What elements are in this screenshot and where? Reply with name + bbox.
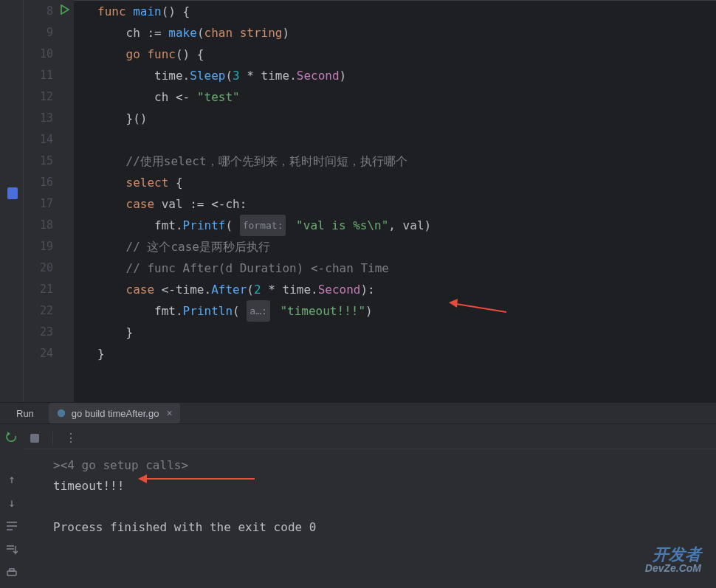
line-number[interactable]: 24 [24, 342, 74, 364]
line-number[interactable]: 20 [24, 257, 74, 278]
code-line[interactable]: select { [97, 172, 716, 193]
close-icon[interactable]: × [166, 407, 172, 419]
console-panel: ⋮ ><4 go setup calls> timeout!!! Process… [24, 424, 716, 588]
code-line[interactable]: ch <- "test" [97, 86, 716, 108]
watermark: 开发者 DevZe.CoM [645, 547, 701, 573]
run-gutter-icon[interactable] [61, 4, 69, 17]
down-arrow-icon[interactable]: ↓ [4, 495, 19, 510]
run-panel: Run go build timeAfter.go × ↑ ↓ [0, 402, 716, 587]
code-line[interactable]: time.Sleep(3 * time.Second) [97, 65, 716, 86]
code-area[interactable]: func main() { ch := make(chan string) go… [74, 0, 716, 402]
go-icon [56, 408, 66, 418]
code-line[interactable]: case val := <-ch: [97, 193, 716, 215]
run-tab-label[interactable]: Run [7, 408, 43, 419]
console-toolbar: ⋮ [24, 427, 716, 449]
line-number[interactable]: 17 [24, 193, 74, 214]
console-output[interactable]: ><4 go setup calls> timeout!!! Process f… [24, 449, 716, 544]
print-icon[interactable] [4, 566, 19, 581]
code-line[interactable]: //使用select，哪个先到来，耗时时间短，执行哪个 [97, 151, 716, 172]
line-number[interactable]: 15 [24, 150, 74, 171]
soft-wrap-icon[interactable] [4, 519, 19, 533]
setup-calls-line: ><4 go setup calls> [53, 455, 710, 476]
line-number[interactable]: 11 [24, 64, 74, 86]
line-number[interactable]: 22 [24, 300, 74, 321]
code-line[interactable]: } [97, 322, 716, 343]
line-number[interactable]: 12 [24, 86, 74, 107]
svg-marker-0 [61, 5, 69, 14]
code-line[interactable]: } [97, 343, 716, 364]
svg-point-3 [58, 409, 66, 418]
line-number[interactable]: 19 [24, 235, 74, 257]
gutter: 89101112131415161718192021222324 [24, 0, 74, 402]
code-line[interactable]: // 这个case是两秒后执行 [97, 236, 716, 257]
editor-container: 89101112131415161718192021222324 func ma… [0, 0, 716, 402]
line-number[interactable]: 21 [24, 278, 74, 300]
blank-line [53, 497, 710, 517]
line-number[interactable]: 23 [24, 321, 74, 342]
line-number[interactable]: 16 [24, 171, 74, 193]
svg-rect-6 [10, 569, 14, 571]
code-line[interactable]: // func After(d Duration) <-chan Time [97, 257, 716, 279]
breakpoint-marker[interactable] [7, 187, 18, 199]
code-line[interactable]: ch := make(chan string) [97, 22, 716, 44]
run-side-toolbar: ↑ ↓ [0, 424, 24, 588]
svg-rect-5 [7, 571, 16, 575]
up-arrow-icon[interactable]: ↑ [4, 471, 19, 486]
line-number[interactable]: 9 [24, 21, 74, 43]
build-config-name: go build timeAfter.go [72, 408, 159, 419]
code-line[interactable]: fmt.Println( a…: "timeout!!!") [97, 300, 716, 322]
code-line[interactable]: }() [97, 108, 716, 129]
line-number[interactable]: 8 [24, 0, 74, 21]
line-number[interactable]: 18 [24, 214, 74, 235]
code-line[interactable]: case <-time.After(2 * time.Second): [97, 279, 716, 300]
svg-rect-7 [30, 434, 39, 443]
build-config-tab[interactable]: go build timeAfter.go × [49, 403, 180, 423]
rerun-icon[interactable] [4, 430, 19, 445]
code-line[interactable]: fmt.Printf( format: "val is %s\n", val) [97, 215, 716, 236]
line-number[interactable]: 10 [24, 43, 74, 64]
left-tool-strip [0, 0, 24, 402]
scroll-end-icon[interactable] [4, 542, 19, 557]
output-line: timeout!!! [53, 476, 710, 497]
code-line[interactable] [97, 129, 716, 151]
svg-marker-4 [7, 432, 10, 436]
line-number[interactable]: 13 [24, 107, 74, 128]
panel-tabs: Run go build timeAfter.go × [0, 403, 716, 424]
code-line[interactable]: func main() { [97, 1, 716, 22]
exit-line: Process finished with the exit code 0 [53, 517, 710, 538]
more-icon[interactable]: ⋮ [63, 431, 78, 446]
stop-icon[interactable] [27, 431, 42, 446]
code-line[interactable]: go func() { [97, 44, 716, 65]
line-number[interactable]: 14 [24, 128, 74, 150]
